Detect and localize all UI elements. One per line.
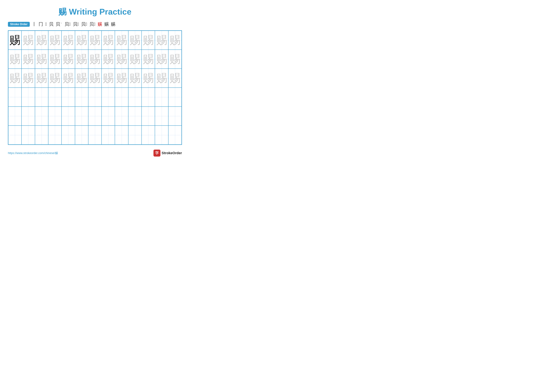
- cell-r2-c1: 赐: [8, 50, 22, 69]
- char-light: 赐: [129, 35, 140, 46]
- cell-r6-c6[interactable]: [75, 126, 88, 144]
- cell-r5-c9[interactable]: [115, 107, 128, 126]
- cell-r5-c8[interactable]: [102, 107, 115, 126]
- cell-r4-c11[interactable]: [142, 88, 155, 107]
- cell-r3-c11: 赐: [142, 69, 155, 88]
- cell-r5-c12[interactable]: [155, 107, 168, 126]
- cell-r6-c12[interactable]: [155, 126, 168, 144]
- cell-r2-c3: 赐: [35, 50, 48, 69]
- cell-r6-c5[interactable]: [62, 126, 75, 144]
- cell-r4-c7[interactable]: [88, 88, 102, 107]
- stroke-8: 贝𠃍: [81, 21, 87, 27]
- cell-r1-c13: 赐: [168, 31, 182, 50]
- cell-r4-c2[interactable]: [22, 88, 35, 107]
- cell-r3-c5: 赐: [62, 69, 75, 88]
- char-light: 赐: [76, 54, 87, 65]
- char-light: 赐: [143, 35, 154, 46]
- cell-r1-c3: 赐: [35, 31, 48, 50]
- cell-r5-c11[interactable]: [142, 107, 155, 126]
- cell-r3-c13: 赐: [168, 69, 182, 88]
- cell-r6-c8[interactable]: [102, 126, 115, 144]
- cell-r4-c6[interactable]: [75, 88, 88, 107]
- cell-r6-c2[interactable]: [22, 126, 35, 144]
- cell-r4-c9[interactable]: [115, 88, 128, 107]
- stroke-9: 贝𠃍: [89, 21, 95, 27]
- char-light: 赐: [76, 73, 87, 84]
- cell-r4-c1[interactable]: [8, 88, 22, 107]
- char-light: 赐: [143, 73, 154, 84]
- cell-r4-c10[interactable]: [128, 88, 142, 107]
- char-light: 赐: [169, 54, 181, 65]
- stroke-3: 𠄌: [45, 22, 47, 27]
- cell-r1-c1: 赐: [8, 31, 22, 50]
- cell-r6-c4[interactable]: [48, 126, 62, 144]
- cell-r4-c13[interactable]: [168, 88, 182, 107]
- cell-r4-c5[interactable]: [62, 88, 75, 107]
- practice-grid: 赐 赐 赐 赐 赐 赐 赐 赐 赐 赐 赐 赐 赐 赐 赐 赐 赐: [8, 30, 182, 145]
- cell-r4-c3[interactable]: [35, 88, 48, 107]
- cell-r1-c4: 赐: [48, 31, 62, 50]
- char-light: 赐: [89, 54, 101, 65]
- brand-icon-char: 字: [155, 151, 159, 156]
- cell-r3-c8: 赐: [102, 69, 115, 88]
- cell-r2-c11: 赐: [142, 50, 155, 69]
- brand-logo: 字 StrokeOrder: [153, 150, 182, 157]
- char-light: 赐: [23, 73, 34, 84]
- cell-r5-c1[interactable]: [8, 107, 22, 126]
- cell-r3-c7: 赐: [88, 69, 102, 88]
- cell-r6-c13[interactable]: [168, 126, 182, 144]
- char-light: 赐: [156, 35, 167, 46]
- cell-r1-c12: 赐: [155, 31, 168, 50]
- char-light: 赐: [49, 54, 60, 65]
- cell-r3-c3: 赐: [35, 69, 48, 88]
- stroke-7: 贝𠃍: [73, 21, 79, 27]
- cell-r2-c10: 赐: [128, 50, 142, 69]
- cell-r2-c5: 赐: [62, 50, 75, 69]
- cell-r4-c4[interactable]: [48, 88, 62, 107]
- cell-r5-c2[interactable]: [22, 107, 35, 126]
- cell-r3-c12: 赐: [155, 69, 168, 88]
- cell-r6-c3[interactable]: [35, 126, 48, 144]
- cell-r4-c8[interactable]: [102, 88, 115, 107]
- char-solid: 赐: [9, 35, 20, 46]
- cell-r6-c10[interactable]: [128, 126, 142, 144]
- char-light: 赐: [36, 73, 47, 84]
- cell-r3-c4: 赐: [48, 69, 62, 88]
- cell-r1-c6: 赐: [75, 31, 88, 50]
- char-light: 赐: [23, 54, 34, 65]
- char-light: 赐: [103, 54, 114, 65]
- stroke-10: 赐: [98, 21, 102, 27]
- char-light: 赐: [63, 73, 74, 84]
- char-light: 赐: [49, 35, 60, 46]
- footer: https://www.strokeorder.com/chinese/赐 字 …: [8, 150, 182, 157]
- cell-r2-c13: 赐: [168, 50, 182, 69]
- cell-r5-c3[interactable]: [35, 107, 48, 126]
- stroke-6: 贝𠃍: [65, 21, 71, 27]
- cell-r5-c5[interactable]: [62, 107, 75, 126]
- cell-r2-c2: 赐: [22, 50, 35, 69]
- char-light: 赐: [89, 73, 101, 84]
- stroke-12: 赐: [111, 21, 115, 27]
- char-light: 赐: [116, 54, 127, 65]
- cell-r2-c7: 赐: [88, 50, 102, 69]
- char-light: 赐: [129, 54, 140, 65]
- cell-r1-c11: 赐: [142, 31, 155, 50]
- cell-r3-c10: 赐: [128, 69, 142, 88]
- stroke-5: 贝丶: [56, 21, 62, 27]
- cell-r6-c1[interactable]: [8, 126, 22, 144]
- char-light: 赐: [63, 35, 74, 46]
- page-title: 赐 Writing Practice: [8, 6, 182, 17]
- cell-r6-c7[interactable]: [88, 126, 102, 144]
- char-light: 赐: [169, 73, 181, 84]
- cell-r5-c7[interactable]: [88, 107, 102, 126]
- char-light: 赐: [63, 54, 74, 65]
- cell-r5-c6[interactable]: [75, 107, 88, 126]
- cell-r4-c12[interactable]: [155, 88, 168, 107]
- cell-r5-c4[interactable]: [48, 107, 62, 126]
- cell-r5-c10[interactable]: [128, 107, 142, 126]
- footer-url[interactable]: https://www.strokeorder.com/chinese/赐: [8, 151, 58, 155]
- cell-r6-c11[interactable]: [142, 126, 155, 144]
- cell-r5-c13[interactable]: [168, 107, 182, 126]
- cell-r1-c5: 赐: [62, 31, 75, 50]
- cell-r6-c9[interactable]: [115, 126, 128, 144]
